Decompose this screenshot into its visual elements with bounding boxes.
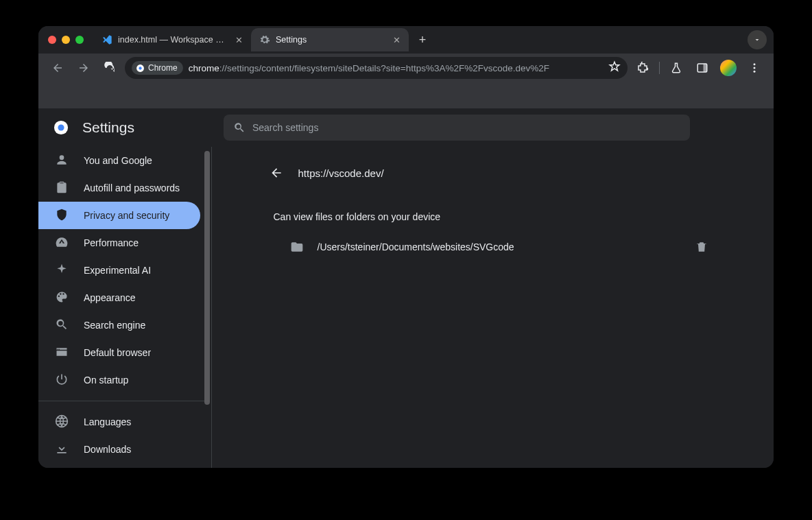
- minimize-window-button[interactable]: [62, 36, 70, 44]
- sidebar-divider: [38, 401, 210, 401]
- settings-sidebar: You and GoogleAutofill and passwordsPriv…: [38, 147, 211, 468]
- search-icon: [233, 121, 246, 134]
- tab-strip: index.html — Workspace — V ✕ Settings ✕ …: [38, 26, 774, 54]
- close-tab-icon[interactable]: ✕: [233, 34, 244, 45]
- svg-point-4: [754, 63, 756, 65]
- clipboard-icon: [55, 180, 69, 196]
- shield-icon: [55, 208, 69, 224]
- panel-icon: [696, 62, 708, 74]
- svg-point-5: [754, 67, 756, 69]
- file-entry-row: /Users/tsteiner/Documents/websites/SVGco…: [260, 228, 726, 266]
- sidebar-item-label: Default browser: [84, 347, 151, 358]
- download-icon: [55, 442, 69, 458]
- sidebar-item-privacy[interactable]: Privacy and security: [38, 202, 200, 229]
- toolbar-separator: [659, 62, 660, 74]
- speed-icon: [55, 235, 69, 251]
- side-panel-button[interactable]: [691, 57, 713, 79]
- sidebar-item-label: On startup: [84, 375, 128, 386]
- tab-label: Settings: [276, 35, 387, 45]
- extensions-button[interactable]: [632, 57, 654, 79]
- arrow-left-icon: [51, 62, 64, 74]
- chrome-logo-icon: [136, 64, 145, 73]
- address-bar[interactable]: Chrome chrome://settings/content/filesys…: [125, 57, 628, 79]
- settings-page: Settings You and GoogleAutofill and pass…: [38, 108, 774, 468]
- bookmark-button[interactable]: [608, 60, 621, 75]
- globe-icon: [55, 414, 69, 430]
- tab-settings[interactable]: Settings ✕: [251, 28, 409, 51]
- sidebar-item-label: Appearance: [84, 292, 136, 303]
- palette-icon: [55, 290, 69, 306]
- sidebar-item-label: Search engine: [84, 320, 145, 331]
- tab-search-button[interactable]: [748, 30, 767, 49]
- menu-button[interactable]: [743, 57, 765, 79]
- tab-label: index.html — Workspace — V: [118, 35, 229, 45]
- settings-body: You and GoogleAutofill and passwordsPriv…: [38, 147, 774, 468]
- back-arrow-button[interactable]: [270, 166, 283, 180]
- toolbar-spacer: [38, 82, 774, 108]
- sidebar-item-performance[interactable]: Performance: [38, 229, 200, 257]
- search-input[interactable]: [252, 122, 680, 133]
- back-button[interactable]: [47, 57, 69, 79]
- labs-button[interactable]: [665, 57, 687, 79]
- settings-header: Settings: [38, 108, 774, 147]
- svg-point-8: [58, 124, 64, 130]
- site-url: https://vscode.dev/: [298, 167, 384, 179]
- scrollbar-thumb[interactable]: [204, 151, 210, 405]
- site-chip[interactable]: Chrome: [132, 61, 183, 75]
- sidebar-item-label: You and Google: [84, 155, 152, 166]
- forward-button[interactable]: [73, 57, 95, 79]
- new-tab-button[interactable]: +: [413, 30, 432, 49]
- page-title: Settings: [82, 119, 134, 136]
- file-path: /Users/tsteiner/Documents/websites/SVGco…: [318, 241, 681, 252]
- sidebar-item-appearance[interactable]: Appearance: [38, 284, 200, 311]
- chip-label: Chrome: [148, 63, 178, 73]
- flask-icon: [670, 62, 682, 74]
- trash-icon: [695, 240, 708, 254]
- gear-icon: [259, 34, 270, 45]
- profile-button[interactable]: [717, 57, 739, 79]
- close-window-button[interactable]: [48, 36, 56, 44]
- tab-vscode[interactable]: index.html — Workspace — V ✕: [93, 28, 251, 51]
- reload-button[interactable]: [99, 57, 121, 79]
- svg-rect-3: [704, 64, 707, 72]
- sidebar-item-languages[interactable]: Languages: [38, 408, 200, 436]
- sidebar-item-label: Downloads: [84, 444, 131, 455]
- search-settings[interactable]: [224, 115, 690, 141]
- sidebar-item-downloads[interactable]: Downloads: [38, 436, 200, 463]
- sidebar-item-default-browser[interactable]: Default browser: [38, 339, 200, 366]
- person-icon: [55, 153, 69, 169]
- star-icon: [608, 60, 621, 73]
- sidebar-item-label: Performance: [84, 237, 139, 248]
- arrow-left-icon: [270, 166, 283, 180]
- arrow-right-icon: [77, 62, 90, 74]
- sidebar-item-autofill[interactable]: Autofill and passwords: [38, 174, 200, 202]
- sparkle-icon: [55, 263, 69, 279]
- sidebar-item-label: Languages: [84, 416, 131, 427]
- browser-window: index.html — Workspace — V ✕ Settings ✕ …: [38, 26, 774, 468]
- svg-point-1: [139, 67, 141, 69]
- section-title: Can view files or folders on your device: [260, 189, 726, 228]
- close-tab-icon[interactable]: ✕: [391, 34, 402, 45]
- delete-entry-button[interactable]: [695, 240, 708, 254]
- svg-point-6: [754, 71, 756, 73]
- card-header: https://vscode.dev/: [260, 156, 726, 189]
- chevron-down-icon: [753, 36, 761, 44]
- sidebar-item-on-startup[interactable]: On startup: [38, 366, 200, 394]
- sidebar-item-you-and-google[interactable]: You and Google: [38, 147, 200, 174]
- puzzle-icon: [636, 62, 649, 74]
- sidebar-item-label: Privacy and security: [84, 210, 169, 221]
- window-controls: [48, 36, 84, 44]
- avatar-icon: [720, 60, 737, 76]
- sidebar-item-label: Autofill and passwords: [84, 182, 180, 193]
- reload-icon: [104, 62, 116, 74]
- site-details-card: https://vscode.dev/ Can view files or fo…: [260, 156, 726, 266]
- settings-main: https://vscode.dev/ Can view files or fo…: [212, 147, 774, 468]
- sidebar-item-search-engine[interactable]: Search engine: [38, 311, 200, 339]
- maximize-window-button[interactable]: [75, 36, 84, 44]
- kebab-icon: [748, 62, 761, 74]
- folder-icon: [290, 240, 304, 254]
- sidebar-item-experimental-ai[interactable]: Experimental AI: [38, 257, 200, 284]
- power-icon: [55, 373, 69, 388]
- search-icon: [55, 318, 69, 333]
- chrome-logo-icon: [53, 120, 69, 135]
